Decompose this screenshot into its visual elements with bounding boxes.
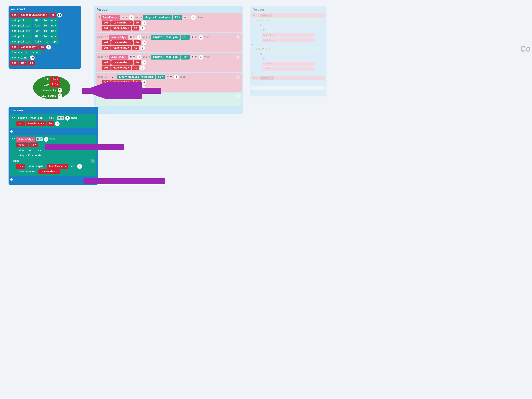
- dio-pin[interactable]: P14: [50, 82, 60, 87]
- tm-var-digit[interactable]: tm: [16, 164, 25, 169]
- to-t1: to: [133, 20, 141, 25]
- plus-icon-gr[interactable]: ⊕: [10, 177, 13, 182]
- digital-read-p11: digital read pin: [16, 116, 44, 120]
- set-pull-p0-row: set pull pin P0 to up: [10, 18, 79, 23]
- gameready-cond-1[interactable]: GameReady: [101, 15, 120, 20]
- set-kw-t3: set: [101, 60, 111, 65]
- clk-pin[interactable]: P13: [50, 77, 60, 82]
- dio-row: DIO P14: [44, 82, 60, 87]
- tn-val-2: 2: [142, 40, 146, 45]
- if-p11-block: if digital read pin P11 = ▼ 0 then set G…: [10, 114, 96, 128]
- then-kw-p11: then: [71, 117, 77, 120]
- volume-val[interactable]: 255: [30, 56, 35, 60]
- pin-p11-cond[interactable]: P11: [46, 116, 56, 120]
- if-block-p1: else if GameReady = ▼ 1 and ▼ digital re…: [96, 33, 241, 52]
- elseif-gameready-p1-row: else if GameReady = ▼ 1 and ▼ digital re…: [97, 35, 240, 40]
- to-p2: to: [42, 29, 48, 33]
- teamnumber-digit[interactable]: teamNumber: [47, 164, 68, 169]
- set-kw-gr2: set: [101, 46, 111, 50]
- collapse-else[interactable]: ⊖: [236, 94, 240, 98]
- gr-val-3: 0: [140, 65, 145, 70]
- dir-p11[interactable]: up: [51, 39, 59, 44]
- collapse-btn-2[interactable]: ⊖: [236, 35, 240, 39]
- pin-p11[interactable]: P11: [33, 39, 43, 44]
- countdown-var[interactable]: countdownSeconds: [19, 13, 49, 18]
- clk-label: CLK: [44, 78, 49, 81]
- pin-p2[interactable]: P2: [33, 29, 41, 33]
- intensity-val[interactable]: 7: [58, 88, 62, 93]
- right-if-1: if Game...: [251, 13, 325, 18]
- set-kw-gr3: set: [101, 65, 111, 70]
- dir-p2[interactable]: up: [50, 29, 58, 33]
- set-gameready-p11: set GameReady to 1: [16, 121, 95, 126]
- pin-p8[interactable]: P8: [33, 34, 41, 39]
- teamnumber-number[interactable]: teamNumber: [38, 169, 60, 174]
- pin-p0[interactable]: P0: [33, 18, 41, 23]
- plus-p11-outer[interactable]: ⊕: [10, 129, 96, 134]
- then-kw-3: then: [204, 56, 210, 59]
- collapse-btn-3[interactable]: ⊖: [236, 55, 240, 59]
- right-plus-2[interactable]: ⊕: [251, 71, 325, 75]
- set-pull-p0: set pull pin: [10, 18, 32, 23]
- at-val[interactable]: 3: [77, 164, 82, 169]
- led-count-row: LED count 4: [41, 94, 62, 98]
- digital-read-p1: digital read pin: [151, 35, 180, 40]
- collapse-else-gr[interactable]: ⊖: [90, 159, 95, 163]
- gameready-val[interactable]: 1: [46, 45, 51, 50]
- set-volume-row: set volume 255: [10, 56, 79, 60]
- collapse-btn-4[interactable]: ⊖: [236, 75, 240, 79]
- right-repeat-2: repeat c...: [255, 47, 321, 51]
- right-else: else: [251, 81, 325, 85]
- clk-row: CLK P13: [44, 77, 60, 82]
- gameready-var-3[interactable]: GameReady: [111, 65, 131, 70]
- gameready-cond-3[interactable]: GameReady: [109, 55, 128, 60]
- teamnumber-var-2[interactable]: teamNumber: [111, 40, 133, 45]
- icon-select[interactable]: ⠿: [35, 148, 43, 153]
- gameready-var-1[interactable]: GameReady: [111, 26, 131, 31]
- right-plus-1[interactable]: ⊕: [251, 43, 325, 46]
- to-gr3: to: [132, 65, 139, 70]
- tm-var-clear[interactable]: tm: [29, 143, 38, 147]
- countdown-val[interactable]: 20: [57, 13, 62, 18]
- digital-read-p2: digital read pin: [151, 55, 180, 60]
- set-gameready-row: set GameReady to 1: [10, 45, 79, 50]
- gameready-cond-2[interactable]: GameReady: [109, 35, 128, 40]
- set-teamnumber-1: set teamNumber to 1: [101, 20, 240, 25]
- set-pull-p1: set pull pin: [10, 24, 32, 28]
- led-true[interactable]: true: [30, 50, 41, 55]
- teamnumber-var-1[interactable]: teamNumber: [111, 20, 133, 25]
- led-count-label: LED count: [41, 94, 56, 97]
- pin-p8-cond[interactable]: P8: [156, 75, 165, 79]
- led-count-val[interactable]: 4: [58, 94, 62, 98]
- eq-op-2b: = ▼: [190, 35, 198, 39]
- set-pull-p8-row: set pull pin P8 to up: [10, 34, 79, 39]
- val-0-p11: 0: [65, 116, 70, 120]
- teamnumber-var-3[interactable]: teamNumber: [111, 60, 133, 65]
- p0-then-body: set teamNumber to 1 set GameReady to 0: [101, 20, 240, 31]
- gameready-var-2[interactable]: GameReady: [111, 46, 131, 50]
- dir-p8[interactable]: up: [50, 34, 58, 39]
- gameready-var[interactable]: GameReady: [19, 45, 38, 50]
- pin-p1-cond[interactable]: P1: [181, 35, 190, 40]
- intensity-row: intensity 7: [41, 88, 62, 93]
- right-plus-3[interactable]: ⊕: [251, 90, 325, 94]
- tm-var[interactable]: tm: [19, 61, 27, 65]
- set-tm-kw: set: [10, 61, 18, 65]
- add-block-center[interactable]: ⊕: [96, 107, 241, 112]
- set-pull-p11: set pull pin: [10, 39, 32, 44]
- digital-read-p8: and ▼ digital read pin: [117, 75, 155, 79]
- gameready-cond-bot[interactable]: GameReady: [16, 137, 35, 142]
- right-do-1: do: [258, 23, 318, 27]
- arrow-to-showdigit: [82, 175, 165, 188]
- pin-p1[interactable]: P1: [33, 24, 41, 28]
- pin-p0-cond[interactable]: P0: [173, 15, 182, 20]
- if-p11-row: if digital read pin P11 = ▼ 0 then: [12, 116, 95, 120]
- gameready-var-p11[interactable]: GameReady: [26, 121, 46, 126]
- right-pause-2: pause...: [262, 67, 315, 71]
- plus-icon-p11[interactable]: ⊕: [10, 129, 13, 134]
- dir-p0[interactable]: up: [50, 18, 58, 23]
- pin-p2-cond[interactable]: P2: [181, 55, 190, 60]
- digital-read-p0: digital read pin: [143, 15, 172, 20]
- dir-p1[interactable]: up: [50, 24, 58, 28]
- tn-val-3: 3: [142, 60, 146, 65]
